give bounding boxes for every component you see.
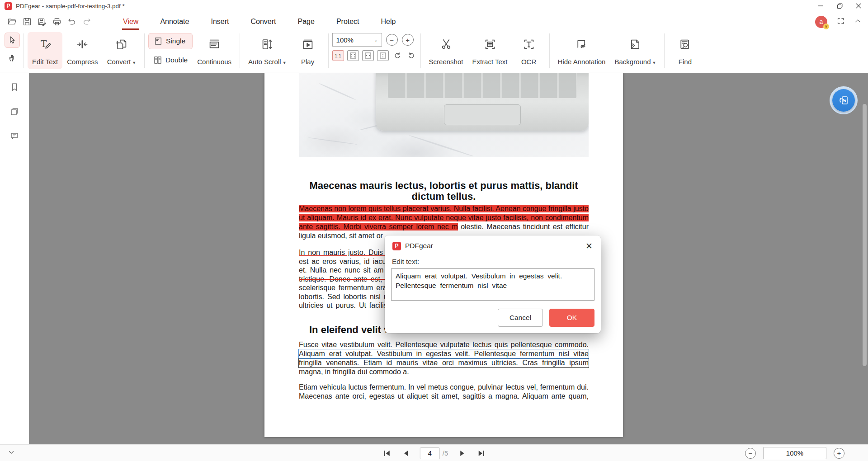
edit-text-label: Edit text: <box>392 258 601 266</box>
find-button[interactable]: Find <box>668 32 702 69</box>
menu-convert[interactable]: Convert <box>250 14 277 30</box>
page-mode-group: Single Double <box>148 33 193 68</box>
double-page-button[interactable]: Double <box>148 52 193 68</box>
statusbar-zoom-out-button[interactable]: − <box>745 448 756 459</box>
heading1-line2: dictum tellus. <box>299 191 589 202</box>
screenshot-icon <box>439 35 453 53</box>
zoom-controls: − 100% + <box>745 447 844 459</box>
actual-size-button[interactable]: 1:1 <box>332 50 344 61</box>
window-controls <box>811 0 868 12</box>
user-avatar[interactable]: a ♛ <box>815 16 827 28</box>
open-file-button[interactable] <box>5 15 19 28</box>
statusbar-zoom-value[interactable]: 100% <box>763 447 826 459</box>
menu-view[interactable]: View <box>122 14 139 30</box>
zoom-level-dropdown[interactable]: 100% ⌄ <box>332 33 382 47</box>
dialog-close-button[interactable]: ✕ <box>584 241 594 251</box>
save-button[interactable] <box>20 15 33 28</box>
single-page-button[interactable]: Single <box>148 33 193 49</box>
fit-height-button[interactable] <box>377 50 389 61</box>
menu-help[interactable]: Help <box>380 14 397 30</box>
collapse-statusbar-button[interactable] <box>7 448 15 458</box>
print-button[interactable] <box>50 15 63 28</box>
divider <box>144 33 145 68</box>
menu-page[interactable]: Page <box>297 14 316 30</box>
cancel-button[interactable]: Cancel <box>498 309 543 327</box>
page-total-label: /5 <box>443 449 448 457</box>
collapse-ribbon-button[interactable] <box>854 17 862 27</box>
undo-button[interactable] <box>65 15 78 28</box>
auto-scroll-text: Auto Scroll <box>248 58 281 66</box>
find-icon <box>678 35 692 53</box>
doc-paragraph-4: Etiam vehicula luctus fermentum. In vel … <box>299 383 589 401</box>
fit-page-button[interactable] <box>347 50 359 61</box>
edit-text-icon: T <box>38 35 52 53</box>
plain-text: est ac eros varius, id iacul <box>299 257 388 266</box>
first-page-button[interactable] <box>382 448 392 459</box>
find-label: Find <box>679 58 692 66</box>
selected-text-blue-box[interactable]: Aliquam erat volutpat. Vestibulum in ege… <box>299 349 589 358</box>
statusbar-zoom-in-button[interactable]: + <box>834 448 844 459</box>
convert-to-word-float-button[interactable] <box>830 86 858 114</box>
rotate-ccw-button[interactable] <box>406 50 417 61</box>
divider <box>328 33 329 68</box>
page-number-input[interactable]: 4 <box>420 447 440 459</box>
edit-text-label: Edit Text <box>32 58 58 66</box>
ocr-button[interactable]: OCR <box>512 32 546 69</box>
hide-annotation-label: Hide Annotation <box>558 58 606 66</box>
redo-button[interactable] <box>80 15 93 28</box>
minimize-button[interactable] <box>811 0 830 12</box>
hide-annotation-icon <box>575 35 589 53</box>
save-as-button[interactable] <box>35 15 48 28</box>
play-button[interactable]: Play <box>291 32 325 69</box>
convert-button[interactable]: Convert▼ <box>103 32 141 69</box>
auto-scroll-button[interactable]: Auto Scroll▼ <box>244 32 291 69</box>
ok-button[interactable]: OK <box>549 309 594 327</box>
previous-page-button[interactable] <box>401 448 411 459</box>
continuous-button[interactable]: Continuous <box>193 32 236 69</box>
hand-tool-button[interactable] <box>5 51 20 65</box>
select-tool-button[interactable] <box>5 33 20 48</box>
hide-annotation-button[interactable]: Hide Annotation <box>553 32 610 69</box>
menu-insert[interactable]: Insert <box>210 14 230 30</box>
window-title: PDFgear - sample-pdf-for-testing-3.pdf * <box>16 3 125 9</box>
menu-row: View Annotate Insert Convert Page Protec… <box>0 12 868 32</box>
heading2-text: In eleifend velit v <box>309 324 389 335</box>
chevron-down-icon: ▼ <box>652 61 656 65</box>
pdfgear-logo-icon: P <box>392 242 401 250</box>
extract-text-button[interactable]: Extract Text <box>467 32 512 69</box>
next-page-button[interactable] <box>457 448 467 459</box>
premium-crown-badge: ♛ <box>823 24 829 29</box>
comments-panel-button[interactable] <box>0 126 29 146</box>
edit-text-button[interactable]: T Edit Text <box>28 32 62 69</box>
highlighted-text: ut aliquam. Mauris id ex erat. Nunc vulp… <box>299 214 589 221</box>
dialog-title: PDFgear <box>405 242 433 250</box>
convert-text: Convert <box>107 58 131 66</box>
selected-text-dark-box[interactable]: fringilla venenatis. Etiam id mauris vit… <box>299 358 589 367</box>
background-icon <box>628 35 642 53</box>
background-button[interactable]: Background▼ <box>610 32 660 69</box>
divider <box>24 33 24 68</box>
background-text: Background <box>614 58 651 66</box>
zoom-out-button[interactable]: − <box>386 34 398 46</box>
convert-label: Convert▼ <box>107 58 136 66</box>
rotate-cw-button[interactable] <box>392 50 403 61</box>
menu-annotate[interactable]: Annotate <box>159 14 190 30</box>
edit-text-input[interactable]: Aliquam erat volutpat. Vestibulum in ege… <box>391 268 594 301</box>
zoom-in-button[interactable]: + <box>402 34 414 46</box>
restore-button[interactable] <box>830 0 849 12</box>
main-menu: View Annotate Insert Convert Page Protec… <box>122 12 396 32</box>
compress-button[interactable]: Compress <box>62 32 102 69</box>
last-page-button[interactable] <box>476 448 486 459</box>
account-area: a ♛ <box>815 16 862 28</box>
fullscreen-button[interactable] <box>836 17 845 27</box>
avatar-letter: a <box>820 18 823 25</box>
menu-protect[interactable]: Protect <box>335 14 360 30</box>
bookmarks-panel-button[interactable] <box>0 77 29 97</box>
vertical-scrollbar[interactable] <box>863 104 867 366</box>
close-button[interactable] <box>849 0 868 12</box>
screenshot-button[interactable]: Screenshot <box>425 32 468 69</box>
fit-width-button[interactable] <box>362 50 374 61</box>
page-thumbnails-button[interactable] <box>0 102 29 122</box>
underlined-text: In non mauris justo. Duis v <box>299 248 388 257</box>
highlighted-text: ante sagittis. Morbi viverra semper lore… <box>299 223 458 230</box>
